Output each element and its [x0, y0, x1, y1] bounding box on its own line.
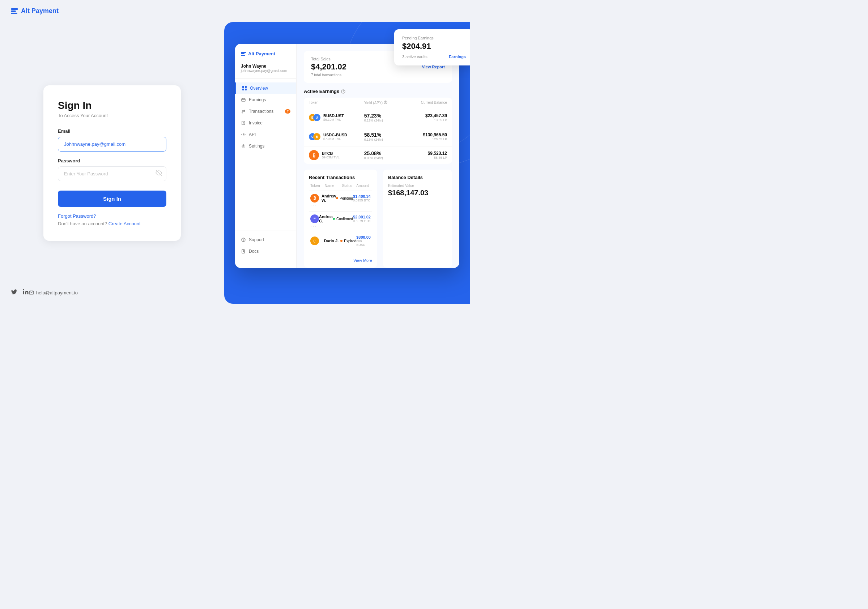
- right-panel: Pending Earnings $204.91 3 active vaults…: [224, 22, 470, 304]
- busd-balance: $23,457.39 13.65 LP: [405, 113, 447, 122]
- linkedin-icon[interactable]: [22, 288, 29, 296]
- busd-icon: B U: [309, 112, 321, 123]
- svg-rect-7: [242, 99, 245, 101]
- app-window: Alt Payment John Wayne johhnwayne.pay@gm…: [235, 44, 459, 268]
- sidebar-item-earnings[interactable]: Earnings: [235, 94, 296, 105]
- estimated-label: Estimated Value: [388, 184, 447, 188]
- logo-title: Alt Payment: [21, 7, 59, 15]
- col-balance: Current Balance: [405, 101, 447, 105]
- overview-icon: [242, 86, 247, 91]
- invoice-label: Invoice: [249, 121, 263, 126]
- sidebar-item-api[interactable]: API: [235, 129, 296, 140]
- sidebar-item-settings[interactable]: Settings: [235, 140, 296, 152]
- eth-token-icon: Ξ: [310, 214, 319, 223]
- status-expired: Expired: [340, 239, 356, 243]
- busd-text: BUSD-UST $6.10M TVL: [323, 113, 344, 121]
- sidebar-item-docs[interactable]: Docs: [235, 246, 296, 257]
- pending-card: Pending Earnings $204.91 3 active vaults…: [394, 29, 470, 65]
- btcb-icon: ₿: [309, 150, 319, 160]
- usdc-yield: 58.51% 0.13% (24hr): [364, 132, 406, 141]
- btcb-balance: $9,523.12 58.65 LP: [405, 151, 447, 160]
- total-sales-label: Total Sales: [311, 57, 346, 61]
- status-pending: Pending: [336, 196, 353, 200]
- footer: help@altpayment.io: [0, 288, 22, 296]
- sidebar-item-overview[interactable]: Overview: [235, 82, 296, 94]
- estimated-value: $168,147.03: [388, 189, 447, 197]
- password-group: Password: [58, 158, 166, 181]
- invoice-icon: [241, 121, 246, 126]
- transactions-icon: [241, 109, 246, 114]
- busd-yield: 57.23% 0.12% (24hr): [364, 113, 406, 122]
- email-label: Email: [58, 129, 166, 134]
- pending-value: $204.91: [402, 42, 466, 51]
- overview-label: Overview: [250, 86, 268, 91]
- earnings-table-header: Token Yield (APY) Current Balance: [304, 98, 452, 108]
- balance-card: Balance Details Estimated Value $168,147…: [383, 170, 452, 268]
- svg-rect-3: [242, 86, 244, 88]
- docs-icon: [241, 249, 246, 254]
- support-icon: [241, 237, 246, 242]
- balance-details-title: Balance Details: [388, 175, 447, 180]
- email-input[interactable]: [58, 137, 166, 152]
- svg-rect-4: [245, 86, 246, 88]
- transactions-badge: 7: [285, 109, 290, 113]
- signin-title: Sign In: [58, 100, 166, 112]
- transactions-label: Transactions: [249, 109, 273, 114]
- sidebar-logo-icon: [241, 52, 246, 56]
- no-account-text: Don't have an account? Create Account: [58, 221, 166, 226]
- earnings-icon: [241, 97, 246, 102]
- pending-label: Pending Earnings: [402, 36, 466, 40]
- tx-dots-1[interactable]: ···: [310, 203, 321, 208]
- app-sidebar: Alt Payment John Wayne johhnwayne.pay@gm…: [235, 44, 296, 268]
- earnings-row-usdc: U B USDC-BUSD $7.08M TVL 58.51% 0.13% (2…: [304, 127, 452, 146]
- tx-header: Token Name Status Amount: [309, 184, 372, 188]
- usdc-token-info: U B USDC-BUSD $7.08M TVL: [309, 131, 364, 143]
- forgot-password-link[interactable]: Forgot Password?: [58, 213, 166, 219]
- user-info: John Wayne johhnwayne.pay@gmail.com: [235, 64, 296, 79]
- eye-icon[interactable]: [155, 170, 162, 178]
- settings-icon: [241, 144, 246, 149]
- svg-rect-5: [242, 88, 244, 90]
- view-more-link[interactable]: View More: [309, 258, 372, 263]
- btcb-text: BTCB $9.03M TVL: [322, 151, 339, 159]
- earnings-row-btcb: ₿ BTCB $9.03M TVL 25.08% 0.06% (24hr) $9…: [304, 146, 452, 164]
- sidebar-item-support[interactable]: Support: [235, 234, 296, 246]
- tx-dots-3[interactable]: ···: [310, 246, 324, 253]
- twitter-icon[interactable]: [11, 288, 17, 296]
- svg-point-20: [243, 241, 244, 241]
- active-earnings-title: Active Earnings: [304, 88, 452, 94]
- status-confirmed: Confirmed: [333, 217, 353, 221]
- transactions-info: 7 total transactions: [311, 73, 346, 77]
- support-label: Support: [249, 237, 264, 242]
- nav-items: Overview Earnings Transactions 7: [235, 79, 296, 230]
- tx-dots-2[interactable]: ···: [310, 223, 319, 229]
- settings-label: Settings: [249, 144, 264, 149]
- sidebar-logo: Alt Payment: [235, 51, 296, 64]
- sidebar-item-invoice[interactable]: Invoice: [235, 117, 296, 129]
- app-content: Total Sales $4,201.02 7 total transactio…: [296, 44, 459, 268]
- password-input[interactable]: [58, 166, 166, 181]
- pending-footer: 3 active vaults Earnings: [402, 54, 466, 59]
- sidebar-item-transactions[interactable]: Transactions 7: [235, 105, 296, 117]
- sidebar-bottom: Support Docs: [235, 230, 296, 261]
- total-sales-value: $4,201.02: [311, 62, 346, 71]
- sidebar-logo-text: Alt Payment: [248, 51, 275, 56]
- tx-row-dario: ⬡ Dario J. Expired $800.00 800 BUSD: [309, 232, 372, 255]
- pending-earnings-link[interactable]: Earnings: [449, 54, 466, 59]
- social-links: [11, 288, 29, 296]
- svg-point-26: [343, 90, 344, 91]
- col-yield: Yield (APY): [364, 101, 406, 105]
- transactions-card: Recent Transactions Token Name Status Am…: [304, 170, 377, 268]
- svg-rect-6: [245, 88, 246, 90]
- tx-row-andrew: ₿ Andrew W. Pending $1,400.34 0.0255 BTC: [309, 191, 372, 211]
- recent-tx-title: Recent Transactions: [309, 175, 372, 180]
- create-account-link[interactable]: Create Account: [108, 221, 141, 226]
- bottom-section: Recent Transactions Token Name Status Am…: [304, 170, 452, 268]
- api-label: API: [249, 132, 256, 137]
- email-group: Email: [58, 129, 166, 152]
- footer-email: help@altpayment.io: [29, 290, 78, 296]
- api-icon: [241, 132, 246, 137]
- svg-point-1: [23, 289, 24, 290]
- signin-button[interactable]: Sign In: [58, 191, 166, 207]
- tx-row-andrea: Ξ Andrea C. Confirmed $2,001.02 0.5079 E…: [309, 211, 372, 232]
